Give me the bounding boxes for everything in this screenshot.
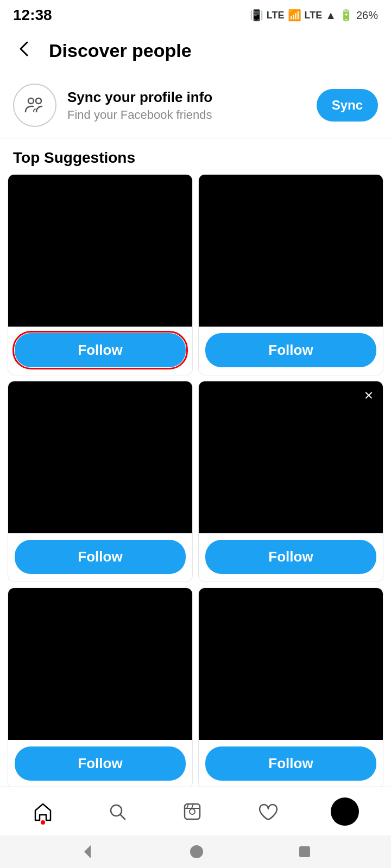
card-image-2 [199,175,383,327]
wifi-icon: 📶 [288,9,301,22]
bottom-nav [0,787,391,835]
sync-text: Sync your profile info Find your Faceboo… [67,89,306,122]
page-title: Discover people [49,40,192,61]
home-active-dot [41,820,45,825]
card-image-1 [8,175,192,327]
card-image-4: × [199,381,383,533]
suggestion-card-2: Follow [198,174,383,375]
sync-subtitle: Find your Facebook friends [67,108,306,122]
back-button[interactable] [11,37,39,64]
suggestions-grid: FollowFollowFollow×FollowFollowFollow [0,174,391,789]
suggestion-card-6: Follow [198,588,383,789]
back-sys-button[interactable] [79,843,96,860]
sync-title: Sync your profile info [67,89,306,106]
battery-level: 26% [356,9,378,22]
sync-icon-circle [13,84,56,127]
suggestion-card-1: Follow [8,174,193,375]
svg-line-3 [121,814,125,819]
lte2-icon: LTE [305,10,323,21]
svg-point-0 [28,98,34,104]
status-time: 12:38 [13,7,52,24]
nav-profile[interactable] [321,793,369,830]
follow-button-3[interactable]: Follow [15,540,186,574]
suggestions-title: Top Suggestions [0,138,391,174]
sync-button[interactable]: Sync [317,89,378,122]
system-nav [0,835,391,868]
signal-icon: ▲ [325,9,336,22]
nav-home[interactable] [22,796,64,827]
reels-icon [181,801,203,822]
card-image-6 [199,588,383,740]
recents-sys-button[interactable] [297,844,312,859]
search-icon [106,801,128,822]
battery-icon: 🔋 [339,9,353,22]
svg-point-10 [190,845,203,858]
follow-button-4[interactable]: Follow [205,540,376,574]
nav-search[interactable] [97,796,138,827]
nav-activity[interactable] [247,796,288,827]
follow-button-2[interactable]: Follow [205,333,376,367]
svg-rect-11 [299,846,310,857]
home-icon [32,801,54,822]
svg-marker-9 [84,845,91,858]
vibrate-icon: 📳 [250,9,263,22]
header: Discover people [0,28,391,73]
card-close-button-4[interactable]: × [359,386,379,405]
status-icons: 📳 LTE 📶 LTE ▲ 🔋 26% [250,9,378,22]
follow-button-1[interactable]: Follow [15,333,186,367]
heart-icon [256,801,278,822]
lte-icon: LTE [267,10,285,21]
profile-avatar [331,797,359,826]
suggestion-card-3: Follow [8,381,193,582]
suggestion-card-4: ×Follow [198,381,383,582]
svg-point-5 [190,809,195,814]
card-image-3 [8,381,192,533]
home-sys-button[interactable] [189,844,204,859]
sync-section: Sync your profile info Find your Faceboo… [0,73,391,138]
follow-button-6[interactable]: Follow [205,746,376,781]
suggestion-card-5: Follow [8,588,193,789]
status-bar: 12:38 📳 LTE 📶 LTE ▲ 🔋 26% [0,0,391,28]
card-image-5 [8,588,192,740]
follow-button-5[interactable]: Follow [15,746,186,781]
nav-reels[interactable] [172,796,213,827]
svg-point-1 [36,98,41,104]
